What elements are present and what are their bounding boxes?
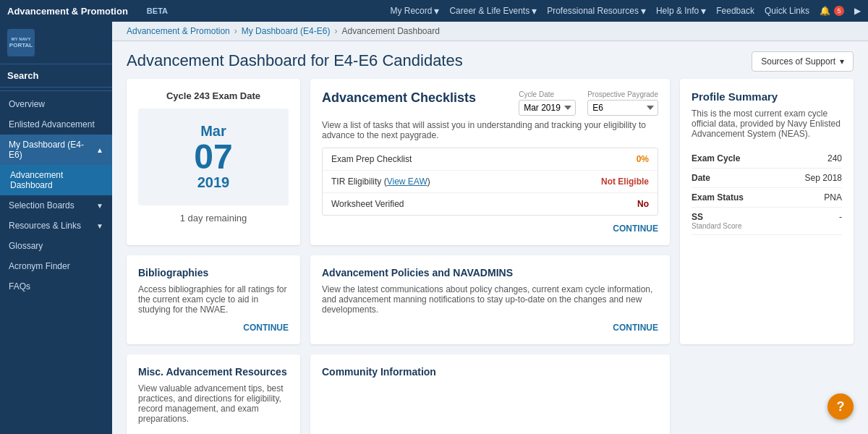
profile-description: This is the most current exam cycle offi… [692,109,842,139]
checklist-row-tir: TIR Eligibility (View EAW) Not Eligible [323,171,658,193]
tir-value: Not Eligible [601,176,649,187]
profile-title: Profile Summary [692,90,842,103]
profile-date-value: Sep 2018 [805,173,842,183]
ss-label: SS [692,212,742,222]
misc-title: Misc. Advancement Resources [138,366,289,378]
worksheet-label: Worksheet Verified [331,199,404,209]
exam-prep-label: Exam Prep Checklist [331,154,412,164]
date-day: 07 [153,140,274,174]
policies-description: View the latest communications about pol… [322,284,658,315]
cycle-date-card: Cycle 243 Exam Date Mar 07 2019 1 day re… [127,79,300,245]
chevron-up-icon: ▲ [96,146,103,154]
checklist-rows: Exam Prep Checklist 0% TIR Eligibility (… [322,148,658,216]
view-eaw-link[interactable]: View EAW [387,176,427,187]
biblio-title: Bibliographies [138,267,289,278]
biblio-footer: CONTINUE [138,322,289,333]
profile-row-date: Date Sep 2018 [692,169,842,188]
chevron-down-icon: ▾ [840,56,844,67]
sources-of-support-button[interactable]: Sources of Support ▾ [752,51,854,72]
standard-score-sublabel: Standard Score [692,222,742,230]
paygrade-label: Prospective Paygrade [587,90,658,98]
worksheet-value: No [637,199,649,209]
tir-label: TIR Eligibility (View EAW) [331,176,430,187]
checklist-card: Advancement Checklists Cycle Date Mar 20… [310,79,670,245]
sidebar-divider [0,90,112,91]
breadcrumb: Advancement & Promotion › My Dashboard (… [112,22,868,41]
sidebar-item-faqs[interactable]: FAQs [0,276,112,297]
sidebar: MY NAVY PORTAL Search Overview Enlisted … [0,22,112,434]
main-layout: MY NAVY PORTAL Search Overview Enlisted … [0,22,868,434]
chevron-down-icon: ▼ [96,202,103,210]
help-info-link[interactable]: Help & Info ▾ [656,5,706,17]
page-header: Advancement Dashboard for E4-E6 Candidat… [112,41,868,79]
date-year: 2019 [153,174,274,191]
sidebar-item-dashboard[interactable]: My Dashboard (E4-E6) ▲ [0,135,112,165]
profile-summary-card: Profile Summary This is the most current… [680,79,854,344]
misc-description: View valuable advancement tips, best pra… [138,383,289,424]
quick-links-link[interactable]: Quick Links [765,6,809,16]
sidebar-item-advancement-dashboard[interactable]: Advancement Dashboard [0,165,112,195]
professional-resources-link[interactable]: Professional Resources ▾ [547,5,646,17]
breadcrumb-link-2[interactable]: My Dashboard (E4-E6) [242,26,331,36]
profile-date-label: Date [692,173,710,183]
cycle-card-title: Cycle 243 Exam Date [138,90,289,101]
chevron-down-icon: ▾ [701,5,706,17]
chevron-down-icon: ▾ [434,5,439,17]
chevron-down-icon: ▼ [96,222,103,230]
paygrade-select[interactable]: E6 [587,100,658,116]
checklist-description: View a list of tasks that will assist yo… [322,120,658,140]
ss-value: - [839,212,842,230]
sidebar-item-acronym[interactable]: Acronym Finder [0,256,112,276]
policies-title: Advancement Policies and NAVADMINS [322,267,658,278]
checklist-header: Advancement Checklists Cycle Date Mar 20… [322,90,658,116]
sidebar-search-label[interactable]: Search [0,64,112,88]
policies-card: Advancement Policies and NAVADMINS View … [310,255,670,344]
cycle-date-select[interactable]: Mar 2019 [519,100,576,116]
sidebar-item-overview[interactable]: Overview [0,94,112,114]
notification-badge: 5 [834,6,844,16]
nav-links: My Record ▾ Career & Life Events ▾ Profe… [390,5,861,17]
nav-page-title: Advancement & Promotion [7,6,128,17]
breadcrumb-current: Advancement Dashboard [341,26,439,36]
checklist-footer: CONTINUE [322,223,658,234]
sidebar-item-resources[interactable]: Resources & Links ▼ [0,216,112,236]
cycle-date-box: Mar 07 2019 [138,109,289,205]
sidebar-logo-area: MY NAVY PORTAL [0,22,112,64]
checklist-continue-link[interactable]: CONTINUE [613,224,658,234]
policies-continue-link[interactable]: CONTINUE [613,323,658,333]
logo-icon: MY NAVY PORTAL [7,29,35,56]
top-navigation: Advancement & Promotion BETA My Record ▾… [0,0,868,22]
sidebar-item-glossary[interactable]: Glossary [0,236,112,256]
checklist-title: Advancement Checklists [322,90,476,106]
exam-cycle-value: 240 [827,153,842,163]
biblio-description: Access bibliographies for all ratings fo… [138,284,289,315]
main-content: Advancement & Promotion › My Dashboard (… [112,22,868,434]
days-remaining: 1 day remaining [138,213,289,224]
beta-badge: BETA [147,7,168,15]
cards-area: Cycle 243 Exam Date Mar 07 2019 1 day re… [112,79,868,434]
exam-status-value: PNA [824,192,842,203]
page-title: Advancement Dashboard for E4-E6 Candidat… [127,51,463,70]
cycle-selectors: Cycle Date Mar 2019 Prospective Paygrade… [519,90,658,116]
paygrade-selector: Prospective Paygrade E6 [587,90,658,116]
expand-icon[interactable]: ▶ [854,6,861,16]
chevron-down-icon: ▾ [532,5,537,17]
notification-icon[interactable]: 🔔5 [820,6,844,16]
floating-help-button[interactable]: ? [827,393,854,420]
profile-row-exam-status: Exam Status PNA [692,188,842,208]
breadcrumb-link-1[interactable]: Advancement & Promotion [127,26,230,36]
career-life-link[interactable]: Career & Life Events ▾ [449,5,537,17]
sidebar-item-selection-boards[interactable]: Selection Boards ▼ [0,195,112,216]
breadcrumb-sep-2: › [334,26,337,36]
community-title: Community Information [322,366,658,378]
feedback-link[interactable]: Feedback [716,6,754,16]
exam-status-label: Exam Status [692,192,744,203]
my-record-link[interactable]: My Record ▾ [390,5,439,17]
breadcrumb-sep-1: › [234,26,237,36]
checklist-row-worksheet: Worksheet Verified No [323,193,658,215]
chevron-down-icon: ▾ [641,5,646,17]
sidebar-item-enlisted[interactable]: Enlisted Advancement [0,114,112,135]
policies-footer: CONTINUE [322,322,658,333]
biblio-continue-link[interactable]: CONTINUE [243,323,289,333]
community-card: Community Information [310,354,670,434]
